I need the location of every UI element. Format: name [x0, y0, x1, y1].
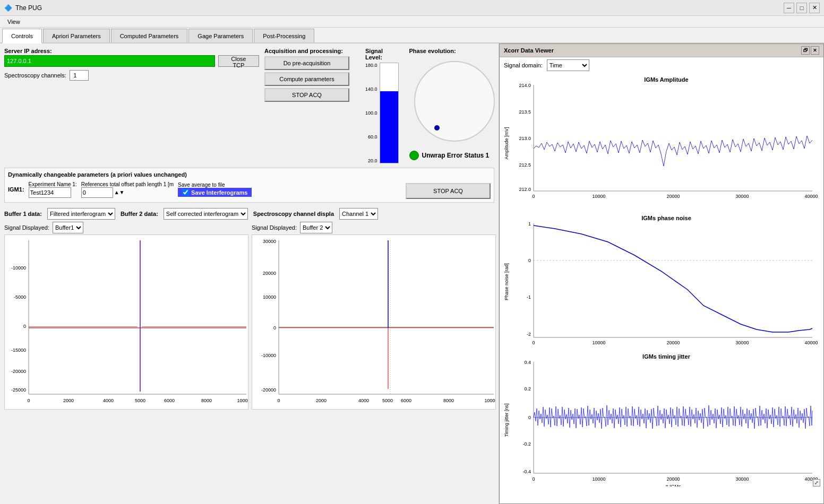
tab-bar: Controls Apriori Parameters Computed Par…	[0, 28, 824, 44]
signal-level-title: Signal Level:	[365, 48, 399, 60]
signal-disp2-row: Signal Displayed: Buffer 2 Buffer 1	[252, 222, 496, 233]
svg-text:20000: 20000	[666, 340, 680, 345]
svg-text:212.0: 212.0	[519, 187, 531, 192]
buffer2-select[interactable]: Self corrected interferogram Filtered in…	[164, 208, 248, 220]
spectroscopy-channel-select[interactable]: Channel 1 Channel 2	[339, 208, 378, 220]
igms-amplitude-block: IGMs Amplitude 214.0 213.5 213.0 212.5 2…	[500, 73, 823, 212]
dynamic-title: Dynamically changeable parameters (a pri…	[8, 171, 491, 178]
svg-point-1	[434, 125, 440, 131]
igms-phase-block: IGMs phase noise 1 0 -1 -2 0 10000 20000…	[500, 212, 823, 350]
tab-postprocessing[interactable]: Post-Processing	[254, 29, 314, 42]
signal-disp2-label: Signal Displayed:	[252, 224, 297, 231]
svg-text:10000: 10000	[263, 294, 276, 300]
signal-y-labels: 180.0 140.0 100.0 60.0 20.0	[365, 63, 379, 163]
svg-text:30000: 30000	[735, 340, 749, 345]
save-interferograms-checkbox[interactable]	[182, 189, 189, 196]
unwrap-label: Unwrap Error Status 1	[422, 152, 490, 159]
xcorr-header: Xcorr Data Viewer 🗗 ✕	[500, 44, 823, 57]
xcorr-restore-button[interactable]: 🗗	[801, 46, 810, 55]
experiment-name-input[interactable]	[29, 187, 71, 198]
svg-text:30000: 30000	[735, 476, 749, 482]
signal-domain-select[interactable]: Time Frequency	[547, 59, 589, 71]
chart1-container: Signal Displayed: Buffer1 Buffer2 0 -500…	[4, 222, 248, 411]
signal-disp1-row: Signal Displayed: Buffer1 Buffer2	[4, 222, 248, 233]
igms-phase-svg: IGMs phase noise 1 0 -1 -2 0 10000 20000…	[502, 213, 820, 348]
svg-text:-15000: -15000	[11, 347, 26, 353]
close-button[interactable]: ✕	[809, 3, 820, 13]
col3-label: Save average to file	[178, 182, 252, 188]
svg-text:2000: 2000	[63, 398, 74, 403]
svg-text:0: 0	[23, 324, 26, 329]
app-icon: 🔷	[4, 4, 12, 12]
svg-text:6000: 6000	[401, 398, 411, 403]
acquisition-section: Acquisition and processing: Do pre-acqui…	[264, 48, 349, 163]
svg-text:-20000: -20000	[11, 369, 26, 374]
left-panel: Server IP adress: 127.0.0.1 Close TCP Sp…	[0, 44, 499, 504]
svg-text:0: 0	[273, 325, 276, 331]
svg-text:-2: -2	[527, 332, 531, 337]
spectroscopy-label: Spectroscopy channels:	[4, 72, 66, 79]
top-section: Server IP adress: 127.0.0.1 Close TCP Sp…	[4, 48, 494, 163]
buffer2-label: Buffer 2 data:	[121, 211, 158, 217]
signal-disp1-select[interactable]: Buffer1 Buffer2	[53, 222, 83, 233]
stop-acq2-button[interactable]: STOP ACQ	[406, 183, 491, 199]
maximize-button[interactable]: □	[796, 3, 807, 13]
charts-row: Signal Displayed: Buffer1 Buffer2 0 -500…	[4, 222, 494, 411]
xcorr-close-button[interactable]: ✕	[811, 46, 819, 55]
xcorr-title: Xcorr Data Viewer	[504, 47, 554, 54]
signal-level-section: Signal Level: 180.0 140.0 100.0 60.0 20.…	[365, 48, 399, 163]
svg-text:4000: 4000	[358, 398, 369, 403]
save-interferograms-label: Save Interferograms	[178, 188, 252, 197]
svg-text:Amplitude [mV]: Amplitude [mV]	[504, 127, 509, 159]
spectroscopy-channels-input[interactable]	[70, 70, 89, 81]
svg-text:-0.2: -0.2	[522, 441, 531, 447]
svg-text:10000: 10000	[592, 340, 605, 345]
expand-icon[interactable]: ⤢	[813, 479, 820, 486]
menu-bar: View	[0, 16, 824, 28]
svg-text:5000: 5000	[382, 398, 393, 403]
svg-text:# IGMs: # IGMs	[665, 484, 681, 486]
svg-text:213.5: 213.5	[519, 109, 531, 115]
svg-text:10000: 10000	[592, 194, 605, 199]
svg-text:0: 0	[528, 415, 531, 420]
close-tcp-button[interactable]: Close TCP	[218, 55, 259, 67]
igms-timing-svg: IGMs timing jitter 0.4 0.2 0 -0.2 -0.4 0…	[502, 351, 820, 486]
svg-text:0.2: 0.2	[524, 386, 531, 392]
tab-gage[interactable]: Gage Parameters	[188, 29, 253, 42]
svg-text:8000: 8000	[443, 398, 454, 403]
svg-text:2000: 2000	[316, 398, 327, 403]
server-ip-label: Server IP adress:	[4, 48, 259, 54]
phase-title: Phase evolution:	[409, 48, 499, 54]
offset-input[interactable]	[81, 187, 113, 198]
igms-amplitude-svg: IGMs Amplitude 214.0 213.5 213.0 212.5 2…	[502, 74, 820, 210]
svg-text:10000: 10000	[484, 398, 496, 403]
tab-controls[interactable]: Controls	[2, 29, 42, 44]
minimize-button[interactable]: ─	[784, 3, 794, 13]
svg-text:212.5: 212.5	[519, 162, 531, 168]
tab-computed[interactable]: Computed Parameters	[111, 29, 188, 42]
unwrap-status: Unwrap Error Status 1	[409, 151, 499, 160]
svg-text:IGMs Amplitude: IGMs Amplitude	[644, 76, 688, 83]
svg-text:1: 1	[528, 221, 531, 227]
spectroscopy-channel-label: Spectroscopy channel displa	[253, 211, 334, 217]
svg-text:-5000: -5000	[14, 294, 26, 300]
svg-text:0: 0	[532, 194, 535, 199]
svg-text:0: 0	[532, 476, 535, 482]
svg-text:10000: 10000	[237, 398, 248, 403]
signal-disp2-select[interactable]: Buffer 2 Buffer 1	[300, 222, 332, 233]
svg-text:213.0: 213.0	[519, 136, 531, 141]
menu-view[interactable]: View	[3, 19, 24, 25]
compute-parameters-button[interactable]: Compute parameters	[264, 72, 349, 86]
svg-text:-10000: -10000	[261, 353, 276, 358]
main-content: Server IP adress: 127.0.0.1 Close TCP Sp…	[0, 44, 824, 504]
igms-timing-block: IGMs timing jitter 0.4 0.2 0 -0.2 -0.4 0…	[500, 350, 823, 489]
tab-apriori[interactable]: Apriori Parameters	[43, 29, 110, 42]
svg-text:40000: 40000	[804, 340, 818, 345]
buffer1-select[interactable]: Filtered interferogram Raw interferogram…	[47, 208, 115, 220]
svg-text:214.0: 214.0	[519, 83, 531, 88]
stop-acq-button[interactable]: STOP ACQ	[264, 88, 349, 102]
svg-text:20000: 20000	[263, 271, 276, 276]
svg-text:Timing jitter [ns]: Timing jitter [ns]	[504, 403, 509, 437]
svg-text:-10000: -10000	[11, 265, 26, 271]
do-preacquisition-button[interactable]: Do pre-acquisition	[264, 56, 349, 70]
